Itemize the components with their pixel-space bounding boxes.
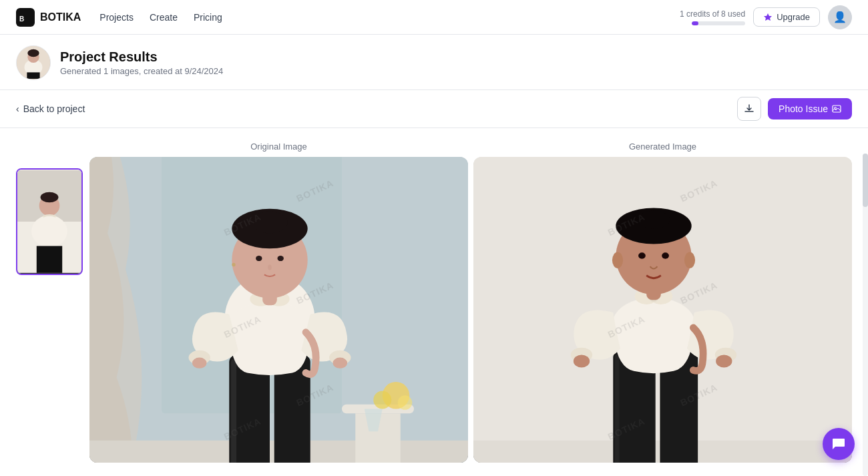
nav-links: Projects Create Pricing: [99, 12, 661, 23]
generated-image: BOTIKABOTIKA BOTIKABOTIKA BOTIKABOTIKA: [473, 157, 852, 463]
nav-pricing[interactable]: Pricing: [194, 12, 222, 23]
brand-icon: B: [16, 8, 35, 27]
toolbar: ‹ Back to project Photo Issue: [0, 90, 868, 128]
back-chevron-icon: ‹: [16, 103, 19, 114]
chat-button[interactable]: [823, 428, 855, 460]
original-column: Original Image: [89, 142, 468, 463]
svg-rect-48: [615, 355, 620, 463]
svg-rect-6: [27, 72, 39, 79]
scrollbar-track[interactable]: [863, 154, 868, 476]
project-subtitle: Generated 1 images, created at 9/24/2024: [60, 66, 223, 76]
original-image-label: Original Image: [89, 142, 468, 152]
svg-point-63: [662, 252, 669, 258]
svg-point-41: [268, 265, 271, 270]
generated-image-label: Generated Image: [473, 142, 852, 152]
photo-issue-label: Photo Issue: [779, 103, 828, 114]
svg-point-22: [398, 395, 413, 410]
avatar-figure: [17, 46, 50, 79]
avatar-image: [17, 46, 50, 79]
project-title: Project Results: [60, 49, 223, 65]
credits-bar: [692, 21, 745, 25]
svg-point-21: [373, 391, 391, 409]
back-label: Back to project: [23, 103, 85, 114]
svg-point-39: [277, 256, 283, 261]
user-avatar[interactable]: 👤: [828, 5, 852, 29]
download-button[interactable]: [737, 97, 761, 121]
upgrade-button[interactable]: Upgrade: [753, 7, 820, 27]
credits-fill: [692, 21, 698, 25]
brand-logo[interactable]: B BOTIKA: [16, 8, 81, 27]
brand-name: BOTIKA: [40, 11, 81, 23]
thumbnail-item[interactable]: [16, 168, 83, 275]
svg-point-37: [252, 212, 288, 233]
generated-column: Generated Image: [473, 142, 852, 463]
images-area: Original Image: [89, 142, 852, 463]
photo-issue-icon: [832, 104, 841, 113]
project-header: Project Results Generated 1 images, crea…: [0, 35, 868, 90]
svg-point-40: [232, 263, 235, 266]
nav-create[interactable]: Create: [150, 12, 178, 23]
svg-point-32: [192, 358, 207, 369]
chat-icon: [831, 437, 846, 451]
thumbnail-image: [17, 170, 81, 274]
svg-point-11: [31, 215, 67, 247]
toolbar-actions: Photo Issue: [737, 97, 852, 121]
generated-figure-svg: [473, 157, 852, 463]
original-figure-svg: [89, 157, 468, 463]
back-to-project[interactable]: ‹ Back to project: [16, 103, 85, 114]
thumbnail-sidebar: [16, 142, 89, 463]
svg-point-62: [638, 252, 646, 258]
nav-right: 1 credits of 8 used Upgrade 👤: [680, 5, 852, 29]
main-content: Original Image: [0, 128, 868, 476]
svg-point-5: [27, 49, 39, 57]
svg-point-13: [41, 192, 59, 202]
photo-issue-button[interactable]: Photo Issue: [768, 98, 852, 120]
svg-point-59: [638, 211, 670, 229]
download-icon: [744, 103, 754, 114]
svg-point-55: [716, 355, 732, 368]
svg-point-60: [612, 252, 623, 268]
credits-text: 1 credits of 8 used: [680, 9, 745, 19]
svg-rect-14: [37, 246, 62, 272]
thumbnail-figure: [17, 168, 81, 275]
original-image-frame: BOTIKABOTIKA BOTIKABOTIKA BOTIKABOTIKA: [89, 157, 468, 463]
svg-text:B: B: [19, 15, 24, 23]
scrollbar-thumb[interactable]: [863, 154, 868, 207]
project-info: Project Results Generated 1 images, crea…: [60, 49, 223, 76]
project-avatar: [16, 45, 51, 80]
svg-point-33: [333, 358, 348, 369]
svg-point-54: [574, 355, 590, 368]
svg-point-61: [684, 252, 695, 268]
upgrade-icon: [763, 13, 773, 22]
avatar-icon: 👤: [833, 11, 847, 23]
svg-rect-7: [833, 105, 841, 112]
svg-rect-25: [231, 359, 236, 463]
svg-point-38: [256, 256, 262, 261]
upgrade-label: Upgrade: [777, 12, 810, 22]
original-image: BOTIKABOTIKA BOTIKABOTIKA BOTIKABOTIKA: [89, 157, 468, 463]
credits-info: 1 credits of 8 used: [680, 9, 745, 25]
generated-image-frame: BOTIKABOTIKA BOTIKABOTIKA BOTIKABOTIKA: [473, 157, 852, 463]
nav-projects[interactable]: Projects: [99, 12, 134, 23]
navbar: B BOTIKA Projects Create Pricing 1 credi…: [0, 0, 868, 35]
